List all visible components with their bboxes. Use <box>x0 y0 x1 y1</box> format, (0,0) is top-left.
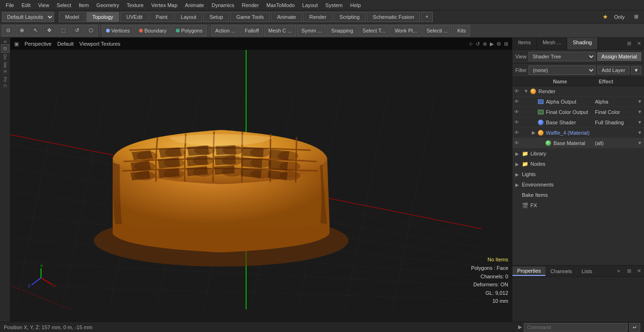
menu-texture[interactable]: Texture <box>123 1 148 9</box>
rp-view-dropdown[interactable]: Shader Tree <box>528 52 595 61</box>
menu-vertex-map[interactable]: Vertex Map <box>148 1 182 9</box>
environments-expand[interactable]: ▶ <box>515 182 522 187</box>
kits-btn[interactable]: Kits <box>453 25 470 36</box>
effect-arrow-waffle4[interactable]: ▼ <box>637 130 644 135</box>
eye-alpha[interactable]: 👁 <box>512 99 521 104</box>
snapping-btn[interactable]: Snapping <box>327 25 358 36</box>
menu-dynamics[interactable]: Dynamics <box>208 1 238 9</box>
menu-edit[interactable]: Edit <box>18 1 34 9</box>
rpb-tab-lists[interactable]: Lists <box>577 267 597 275</box>
menu-maxtomodo[interactable]: MaxToModo <box>263 1 298 9</box>
shader-tree-row-final-color[interactable]: 👁 Final Color Output Final Color ▼ <box>512 107 644 117</box>
expand-render[interactable]: ▼ <box>523 89 529 94</box>
shader-tree-row-waffle4[interactable]: 👁 ▶ Waffle_4 (Material) ▼ <box>512 128 644 138</box>
eye-base-material[interactable]: 👁 <box>512 140 521 146</box>
tab-scripting[interactable]: Scripting <box>333 12 366 22</box>
menu-item[interactable]: Item <box>75 1 92 9</box>
mode-icon-btn[interactable]: ⊙ <box>2 25 15 36</box>
menu-help[interactable]: Help <box>347 1 365 9</box>
nodes-expand[interactable]: ▶ <box>515 162 522 167</box>
rp-expand-icon[interactable]: ⊞ <box>624 39 634 49</box>
effect-arrow-alpha[interactable]: ▼ <box>637 99 644 104</box>
rpb-tab-channels[interactable]: Channels <box>545 267 577 275</box>
action-btn[interactable]: Action ... <box>211 25 240 36</box>
transform-icon-btn[interactable]: ⬡ <box>84 25 98 36</box>
menu-view[interactable]: View <box>34 1 53 9</box>
tab-topology[interactable]: Topology <box>86 12 119 22</box>
effect-arrow-base-material[interactable]: ▼ <box>637 140 644 146</box>
shader-tree-section-fx[interactable]: 🎬 FX <box>512 200 644 211</box>
rpb-add-tab-button[interactable]: + <box>613 266 624 276</box>
eye-final-color[interactable]: 👁 <box>512 109 521 114</box>
perspective-label[interactable]: Perspective <box>25 41 51 47</box>
mesh-btn[interactable]: Mesh C ... <box>264 25 296 36</box>
tab-animate[interactable]: Animate <box>271 12 302 22</box>
rp-tab-shading[interactable]: Shading <box>567 38 598 49</box>
rp-tab-mesh[interactable]: Mesh ... <box>537 38 567 49</box>
rpb-tab-properties[interactable]: Properties <box>512 267 545 276</box>
command-input[interactable] <box>524 323 627 332</box>
layout-dropdown[interactable]: Default Layouts <box>2 12 54 22</box>
command-execute-button[interactable]: ↵ <box>629 323 640 332</box>
eye-base-shader[interactable]: 👁 <box>512 120 521 125</box>
viewport-corner-btn[interactable]: ▣ <box>14 41 19 47</box>
eye-render[interactable]: 👁 <box>512 89 521 94</box>
vertices-btn[interactable]: Vertices <box>102 25 134 36</box>
tab-model[interactable]: Model <box>59 12 85 22</box>
boundary-btn[interactable]: Boundary <box>135 25 171 36</box>
sidebar-btn-1[interactable]: ⊡ <box>1 44 9 53</box>
rp-filter-dropdown[interactable]: (none) <box>528 65 595 75</box>
tab-uvedit[interactable]: UVEdit <box>120 12 149 22</box>
only-label[interactable]: Only <box>610 13 628 21</box>
polygons-btn[interactable]: Polygons <box>172 25 206 36</box>
shader-tree-section-lights[interactable]: ▶ Lights <box>512 169 644 179</box>
move-icon-btn[interactable]: ✥ <box>43 25 56 36</box>
menu-select[interactable]: Select <box>53 1 75 9</box>
shader-tree-row-alpha[interactable]: 👁 Alpha Output Alpha ▼ <box>512 97 644 107</box>
symm-btn[interactable]: Symm ... <box>297 25 326 36</box>
library-expand[interactable]: ▶ <box>515 151 522 156</box>
select-t-btn[interactable]: Select T... <box>358 25 389 36</box>
add-layer-button[interactable]: Add Layer <box>597 66 629 74</box>
eye-waffle4[interactable]: 👁 <box>512 130 521 135</box>
vp-expand-icon[interactable]: ⊞ <box>504 41 508 47</box>
rotate-icon-btn[interactable]: ↺ <box>71 25 83 36</box>
shader-tree-row-render[interactable]: 👁 ▼ Render <box>512 86 644 97</box>
menu-layout[interactable]: Layout <box>298 1 322 9</box>
add-tab-button[interactable]: + <box>421 12 432 22</box>
maximize-icon[interactable]: ⊞ <box>630 13 642 21</box>
rpb-close-icon[interactable]: ✕ <box>634 267 644 275</box>
tab-setup[interactable]: Setup <box>203 12 229 22</box>
lights-expand[interactable]: ▶ <box>515 172 522 177</box>
perspective-icon-btn[interactable]: ⊕ <box>16 25 28 36</box>
viewport[interactable]: ▣ Perspective Default Viewport Textures … <box>10 38 512 322</box>
shader-tree-row-base-shader[interactable]: 👁 Base Shader Full Shading ▼ <box>512 117 644 128</box>
menu-system[interactable]: System <box>322 1 347 9</box>
rpb-expand-icon[interactable]: ⊞ <box>624 267 634 275</box>
selecti-btn[interactable]: Selecti ... <box>422 25 452 36</box>
effect-arrow-base-shader[interactable]: ▼ <box>637 120 644 125</box>
scale-icon-btn[interactable]: ⬚ <box>57 25 70 36</box>
vp-move-icon[interactable]: ⊹ <box>469 41 473 47</box>
tab-layout[interactable]: Layout <box>174 12 202 22</box>
shader-tree-section-nodes[interactable]: ▶ 📁 Nodes <box>512 159 644 169</box>
tab-game-tools[interactable]: Game Tools <box>230 12 270 22</box>
tab-schematic-fusion[interactable]: Schematic Fusion <box>367 12 420 22</box>
expand-waffle4[interactable]: ▶ <box>530 130 537 135</box>
filter-arrow-button[interactable]: ▼ <box>631 66 641 74</box>
menu-geometry[interactable]: Geometry <box>92 1 123 9</box>
shader-tree-section-library[interactable]: ▶ 📁 Library <box>512 148 644 159</box>
menu-file[interactable]: File <box>2 1 18 9</box>
cursor-icon-btn[interactable]: ↖ <box>29 25 42 36</box>
falloff-btn[interactable]: Falloff <box>240 25 263 36</box>
menu-render[interactable]: Render <box>238 1 263 9</box>
rp-tab-items[interactable]: Items <box>512 38 537 49</box>
vp-zoom-icon[interactable]: ⊕ <box>483 41 487 47</box>
vp-rotate-icon[interactable]: ↺ <box>476 41 480 47</box>
menu-animate[interactable]: Animate <box>181 1 207 9</box>
work-pl-btn[interactable]: Work Pl... <box>390 25 421 36</box>
effect-arrow-final-color[interactable]: ▼ <box>637 109 644 114</box>
shader-tree-section-bake-items[interactable]: Bake Items <box>512 190 644 200</box>
vp-settings-icon[interactable]: ⚙ <box>496 41 501 47</box>
viewport-textures-label[interactable]: Viewport Textures <box>79 41 120 47</box>
